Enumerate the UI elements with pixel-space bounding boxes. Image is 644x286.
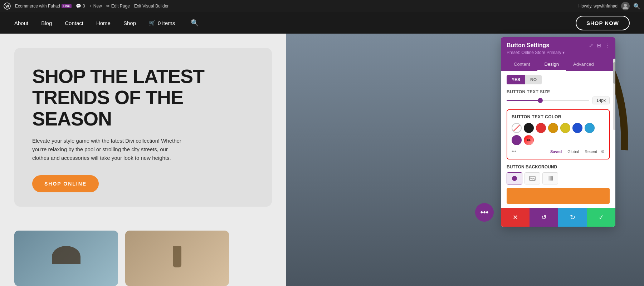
fab-button[interactable]: ••• bbox=[475, 203, 494, 222]
comments-count[interactable]: 💬 0 bbox=[76, 4, 85, 9]
shop-now-button[interactable]: SHOP NOW bbox=[576, 16, 630, 30]
nav-search-icon[interactable]: 🔍 bbox=[191, 19, 199, 27]
user-greeting: Howdy, wpwithfahad bbox=[579, 4, 618, 9]
svg-point-2 bbox=[624, 4, 627, 7]
color-tab-saved[interactable]: Saved bbox=[548, 149, 564, 154]
slider-fill bbox=[507, 100, 540, 101]
nav-shop[interactable]: Shop bbox=[123, 20, 136, 26]
slider-value[interactable]: 14px bbox=[592, 97, 610, 104]
color-swatch-transparent[interactable] bbox=[512, 123, 522, 133]
svg-text:W: W bbox=[5, 4, 9, 8]
bg-type-row bbox=[507, 172, 610, 184]
tab-design[interactable]: Design bbox=[537, 59, 566, 71]
color-swatch-yellow[interactable] bbox=[560, 123, 570, 133]
color-swatch-blue-medium[interactable] bbox=[585, 123, 595, 133]
panel-body: YES NO Button Text Size 14px Button Text… bbox=[501, 71, 615, 208]
bg-type-color[interactable] bbox=[507, 172, 522, 184]
bottom-thumbs bbox=[14, 231, 229, 286]
exit-builder-link[interactable]: Exit Visual Builder bbox=[134, 4, 169, 9]
color-tab-global[interactable]: Global bbox=[565, 149, 581, 154]
panel-header: Button Settings ⤢ ⊟ ⋮ Preset: Online Sto… bbox=[501, 37, 615, 71]
text-size-label: Button Text Size bbox=[507, 89, 610, 94]
admin-bar-right: Howdy, wpwithfahad 🔍 bbox=[579, 2, 640, 10]
bg-type-image[interactable] bbox=[525, 172, 540, 184]
cart-area[interactable]: 🛒 0 items bbox=[149, 20, 175, 26]
hero-title: SHOP THE LATEST TRENDS OF THE SEASON bbox=[32, 66, 254, 129]
avatar[interactable] bbox=[621, 2, 630, 10]
main-content: SHOP THE LATEST TRENDS OF THE SEASON Ele… bbox=[0, 34, 644, 286]
color-swatch-black[interactable] bbox=[524, 123, 534, 133]
panel-scrollbar[interactable] bbox=[613, 59, 615, 130]
slider-track[interactable] bbox=[507, 100, 589, 101]
panel-expand-icon[interactable]: ⤢ bbox=[589, 43, 593, 48]
panel-columns-icon[interactable]: ⊟ bbox=[597, 43, 601, 48]
admin-bar: W Ecommerce with Fahad Live 💬 0 + New ✏ … bbox=[0, 0, 644, 12]
color-swatch-blue-dark[interactable] bbox=[572, 123, 582, 133]
color-more-icon[interactable]: ••• bbox=[512, 149, 516, 154]
tab-advanced[interactable]: Advanced bbox=[566, 59, 601, 71]
panel-title-row: Button Settings ⤢ ⊟ ⋮ bbox=[507, 42, 610, 49]
panel-scrollbar-thumb[interactable] bbox=[613, 62, 615, 84]
settings-panel: Button Settings ⤢ ⊟ ⋮ Preset: Online Sto… bbox=[501, 37, 615, 227]
svg-rect-7 bbox=[547, 176, 553, 181]
toggle-yes-button[interactable]: YES bbox=[507, 75, 525, 84]
bg-section-label: Button Background bbox=[507, 164, 610, 169]
search-icon[interactable]: 🔍 bbox=[633, 3, 640, 10]
toolbar-confirm-button[interactable]: ✓ bbox=[587, 208, 615, 227]
color-tabs-row: ••• Saved Global Recent ⚙ bbox=[512, 149, 605, 154]
panel-title: Button Settings bbox=[507, 42, 549, 49]
color-gear-icon[interactable]: ⚙ bbox=[601, 149, 605, 154]
toggle-row: YES NO bbox=[507, 75, 610, 84]
nav-blog[interactable]: Blog bbox=[41, 20, 52, 26]
panel-toolbar: ✕ ↺ ↻ ✓ bbox=[501, 208, 615, 227]
color-swatch-pencil[interactable]: ✏ bbox=[524, 135, 534, 145]
svg-point-5 bbox=[512, 176, 517, 181]
hero-subtitle: Elevate your style game with the latest … bbox=[32, 137, 186, 162]
color-tab-recent[interactable]: Recent bbox=[582, 149, 599, 154]
hero-section: SHOP THE LATEST TRENDS OF THE SEASON Ele… bbox=[0, 34, 286, 286]
color-swatches: ✏ bbox=[512, 123, 605, 145]
cart-icon: 🛒 bbox=[149, 20, 156, 26]
wordpress-logo[interactable]: W bbox=[4, 3, 11, 10]
site-name[interactable]: Ecommerce with Fahad Live bbox=[15, 4, 72, 9]
toggle-no-button[interactable]: NO bbox=[525, 75, 542, 84]
nav-bar: About Blog Contact Home Shop 🛒 0 items 🔍… bbox=[0, 12, 644, 34]
color-section: Button Text Color ✏ ••• Saved bbox=[507, 109, 610, 159]
svg-point-3 bbox=[623, 7, 628, 9]
color-swatch-red[interactable] bbox=[536, 123, 546, 133]
toolbar-redo-button[interactable]: ↻ bbox=[558, 208, 587, 227]
nav-contact[interactable]: Contact bbox=[65, 20, 83, 26]
cart-count: 0 items bbox=[158, 20, 175, 26]
hero-card: SHOP THE LATEST TRENDS OF THE SEASON Ele… bbox=[14, 48, 272, 207]
thumbnail-hat bbox=[14, 231, 118, 286]
color-swatch-orange[interactable] bbox=[548, 123, 558, 133]
shop-online-button[interactable]: SHOP ONLINE bbox=[32, 175, 99, 192]
bg-type-gradient[interactable] bbox=[542, 172, 558, 184]
bg-color-preview[interactable] bbox=[507, 188, 610, 204]
new-item[interactable]: + New bbox=[89, 4, 102, 9]
live-badge: Live bbox=[62, 4, 72, 8]
edit-page-link[interactable]: ✏ Edit Page bbox=[106, 4, 130, 9]
fab-dots-icon: ••• bbox=[480, 208, 488, 217]
panel-tabs: Content Design Advanced bbox=[507, 59, 610, 71]
slider-thumb[interactable] bbox=[538, 98, 543, 103]
color-section-label: Button Text Color bbox=[512, 114, 605, 119]
slider-row: 14px bbox=[507, 97, 610, 104]
thumbnail-bottle bbox=[125, 231, 229, 286]
nav-home[interactable]: Home bbox=[96, 20, 111, 26]
nav-about[interactable]: About bbox=[14, 20, 28, 26]
panel-more-icon[interactable]: ⋮ bbox=[605, 43, 610, 48]
toolbar-undo-button[interactable]: ↺ bbox=[530, 208, 558, 227]
tab-content[interactable]: Content bbox=[507, 59, 537, 71]
panel-preset[interactable]: Preset: Online Store Primary ▾ bbox=[507, 50, 610, 55]
panel-icons: ⤢ ⊟ ⋮ bbox=[589, 43, 610, 48]
color-swatch-purple[interactable] bbox=[512, 135, 522, 145]
toolbar-cancel-button[interactable]: ✕ bbox=[501, 208, 530, 227]
